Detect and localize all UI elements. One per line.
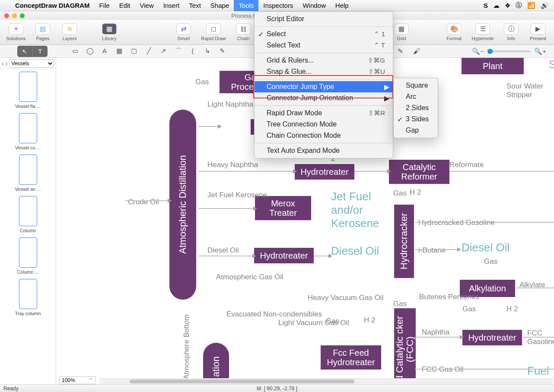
menu-inspectors[interactable]: Inspectors xyxy=(258,0,298,11)
selection-mode[interactable]: ↖T xyxy=(17,46,48,57)
diagram-label: i-Butane xyxy=(418,246,446,255)
close-icon[interactable] xyxy=(4,13,9,18)
shape-library-item[interactable]: Vessel fla ... xyxy=(2,72,54,109)
diagram-label: Gas xyxy=(484,257,497,266)
menu-item[interactable]: Connector Jump Type▶ xyxy=(255,81,393,92)
shape-library-item[interactable]: Column ... xyxy=(2,237,54,275)
menu-item[interactable]: Script Editor xyxy=(255,13,393,25)
layers-button[interactable]: ≋Layers xyxy=(56,21,83,44)
pointer-icon[interactable]: ↖ xyxy=(17,46,32,57)
menu-item[interactable]: Snap & Glue...⇧⌘U xyxy=(255,66,393,77)
submenu-item[interactable]: Square xyxy=(394,80,438,91)
menu-insert[interactable]: Insert xyxy=(159,0,185,11)
curve-tool[interactable]: ⌒ xyxy=(174,47,182,55)
shape-library-item[interactable]: Vessel cu ... xyxy=(2,113,54,150)
connector-jump-submenu: SquareArc2 Sides✓3 SidesGap xyxy=(393,78,438,138)
diagram-label: Heavy Vacuum Gas Oil xyxy=(308,294,383,302)
present-button[interactable]: ▶Present xyxy=(525,21,551,44)
status-text: Ready xyxy=(0,386,19,392)
menu-text[interactable]: Text xyxy=(184,0,206,11)
menu-edit[interactable]: Edit xyxy=(115,0,135,11)
diagram-label: Butenes Pentenes xyxy=(419,293,479,301)
diagram-block-hydro2[interactable]: Hydrotreater xyxy=(295,164,354,180)
brush-icon[interactable]: 🖌 xyxy=(413,47,420,55)
wifi-icon[interactable]: 📶 xyxy=(527,2,535,9)
menu-item[interactable]: Select Text⌃ T xyxy=(255,40,393,51)
pen-tool[interactable]: ✎ xyxy=(218,47,226,55)
diagram-label: Gas xyxy=(195,78,209,86)
rect-tool[interactable]: ▭ xyxy=(71,47,80,55)
diagram-label: Naphtha xyxy=(422,328,449,337)
ellipse-tool[interactable]: ◯ xyxy=(86,47,94,55)
diagram-block-merox[interactable]: Merox Treater xyxy=(255,196,311,220)
diagram-label: Jet Fuel Kerosene xyxy=(207,191,267,199)
diagram-block-plant[interactable]: Plant xyxy=(462,58,524,74)
lib-prev-icon[interactable]: ‹ xyxy=(2,60,4,67)
hypernote-icon: ☰ xyxy=(475,23,490,35)
submenu-item[interactable]: ✓3 Sides xyxy=(394,114,438,125)
shape-library-item[interactable]: Tray column xyxy=(2,279,54,316)
app-name[interactable]: ConceptDraw DIAGRAM xyxy=(10,0,95,11)
zoom-icon[interactable] xyxy=(20,13,25,18)
menu-item[interactable]: Connector Jump Orientation▶ xyxy=(255,92,393,104)
eyedropper-icon[interactable]: ✎ xyxy=(398,47,403,55)
diagram-block-reformer[interactable]: Catalytic Reformer xyxy=(389,160,449,184)
arc-tool[interactable]: ( xyxy=(188,47,197,55)
tray-icon[interactable]: ❖ xyxy=(505,2,510,9)
line-tool[interactable]: ╱ xyxy=(144,47,153,55)
diagram-block-hydrocr[interactable]: Hydrocracker xyxy=(394,205,414,278)
tray-icon[interactable]: S xyxy=(484,2,488,9)
minimize-icon[interactable] xyxy=(12,13,17,18)
format-icon: 🎨 xyxy=(447,23,462,35)
skype-icon[interactable]: Ⓢ xyxy=(516,1,522,9)
shape-library-item[interactable]: Vessel an ... xyxy=(2,155,54,192)
smart-button[interactable]: ⇄Smart xyxy=(170,21,197,44)
chain-button[interactable]: ⛓Chain xyxy=(230,21,257,44)
format-button[interactable]: 🎨Format xyxy=(441,21,468,44)
rapiddraw-button[interactable]: ◻Rapid Draw xyxy=(197,21,230,44)
lib-next-icon[interactable]: › xyxy=(6,60,8,67)
table-tool[interactable]: ▦ xyxy=(115,47,124,55)
submenu-item[interactable]: Gap xyxy=(394,125,438,136)
submenu-item[interactable]: Arc xyxy=(394,91,438,102)
library-select[interactable]: Vessels xyxy=(9,59,54,68)
solutions-button[interactable]: ✦Solutions xyxy=(3,21,29,44)
zoom-in-icon[interactable]: 🔍+ xyxy=(534,47,546,55)
menu-item[interactable]: Text Auto Expand Mode xyxy=(255,145,393,156)
menu-item[interactable]: Grid & Rulers...⇧⌘G xyxy=(255,55,393,66)
diagram-block-atm[interactable]: Atmospheric Distillation xyxy=(169,110,196,300)
frame-tool[interactable]: ▢ xyxy=(130,47,138,55)
text-tool-icon[interactable]: T xyxy=(32,46,48,57)
menu-item[interactable]: Rapid Draw Mode⇧⌘R xyxy=(255,107,393,119)
menu-file[interactable]: File xyxy=(95,0,115,11)
diagram-label: Sulfur xyxy=(549,58,554,71)
diagram-block-hydro3[interactable]: Hydrotreater xyxy=(254,248,314,263)
diagram-block-hydro4[interactable]: Hydrotreater xyxy=(462,330,522,345)
hypernote-button[interactable]: ☰Hypernote xyxy=(468,21,498,44)
zoom-slider[interactable] xyxy=(487,51,531,52)
arrow-tool[interactable]: ↗ xyxy=(159,47,168,55)
menu-help[interactable]: Help xyxy=(331,0,353,11)
info-button[interactable]: ⓘInfo xyxy=(498,21,525,44)
library-button[interactable]: ▦Library xyxy=(96,21,123,44)
menu-tools[interactable]: Tools xyxy=(234,0,258,11)
cloud-icon[interactable]: ☁ xyxy=(493,2,500,9)
zoom-out-icon[interactable]: 🔍− xyxy=(472,47,484,55)
menu-item[interactable]: Tree Connection Mode xyxy=(255,119,393,130)
menu-item[interactable]: ✓Select⌃ 1 xyxy=(255,28,393,40)
volume-icon[interactable]: 🔊 xyxy=(541,2,549,9)
connector-tool[interactable]: ↳ xyxy=(203,47,212,55)
menu-view[interactable]: View xyxy=(135,0,159,11)
diagram-label: H 2 xyxy=(364,316,375,325)
text-tool[interactable]: A xyxy=(100,47,109,55)
pages-button[interactable]: ▤Pages xyxy=(29,21,56,44)
menu-window[interactable]: Window xyxy=(298,0,330,11)
horizontal-scrollbar[interactable] xyxy=(99,378,553,384)
zoom-select[interactable]: 100%⌃ xyxy=(59,376,96,384)
submenu-item[interactable]: 2 Sides xyxy=(394,102,438,114)
shape-library-item[interactable]: Column xyxy=(2,196,54,233)
menu-item[interactable]: Chain Connection Mode xyxy=(255,130,393,141)
solutions-icon: ✦ xyxy=(9,23,23,35)
diagram-block-fcchydro[interactable]: Fcc Feed Hydrotreater xyxy=(321,345,381,370)
menu-shape[interactable]: Shape xyxy=(206,0,234,11)
